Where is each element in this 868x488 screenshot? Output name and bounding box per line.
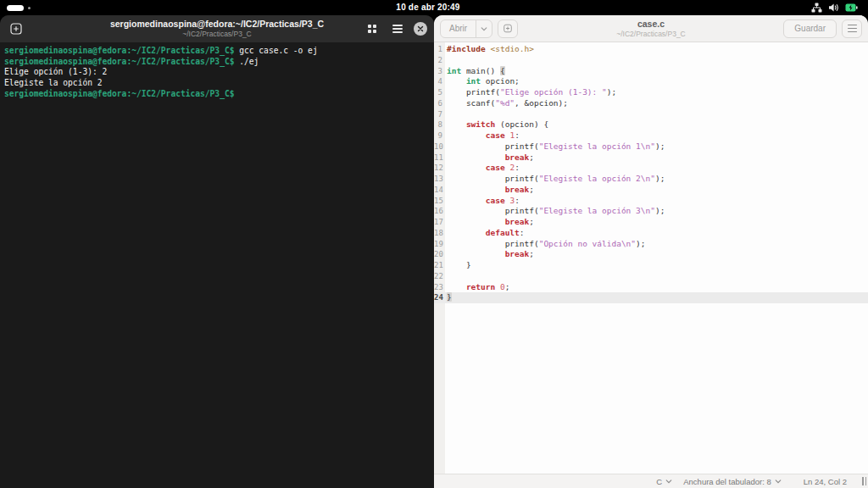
line-number: 18 <box>434 228 445 239</box>
document-title: case.c <box>524 19 778 29</box>
line-number: 23 <box>434 282 445 293</box>
terminal-line: sergiomedinaospina@fedora:~/IC2/Practica… <box>4 57 434 68</box>
hamburger-menu-icon <box>848 25 857 32</box>
terminal-headerbar[interactable]: sergiomedinaospina@fedora:~/IC2/Practica… <box>0 15 434 42</box>
code-line: 18 default: <box>434 228 868 239</box>
line-number: 15 <box>434 196 445 207</box>
chevron-down-icon <box>481 25 487 32</box>
line-number: 22 <box>434 271 445 282</box>
line-number: 9 <box>434 130 445 141</box>
code-line: 15 case 3: <box>434 196 868 207</box>
line-number: 24 <box>434 292 445 303</box>
terminal-line: sergiomedinaospina@fedora:~/IC2/Practica… <box>4 46 434 57</box>
line-number: 2 <box>434 55 445 66</box>
code-line: 8 switch (opcion) { <box>434 119 868 130</box>
line-number: 10 <box>434 141 445 152</box>
line-number: 16 <box>434 206 445 217</box>
line-number: 17 <box>434 217 445 228</box>
line-number: 11 <box>434 152 445 164</box>
code-line: 19 printf("Opción no válida\n"); <box>434 239 868 250</box>
editor-title-group: case.c ~/IC2/Practicas/P3_C <box>524 19 778 38</box>
chevron-down-icon <box>775 478 782 485</box>
code-line: 23 return 0; <box>434 282 868 293</box>
save-button[interactable]: Guardar <box>783 19 837 38</box>
editor-window: Abrir case.c ~/IC2/Practicas/P3_C Guarda… <box>434 15 868 488</box>
terminal-close-button[interactable] <box>414 22 427 36</box>
code-editor-area[interactable]: 1#include <stdio.h>23int main() {4 int o… <box>434 42 868 474</box>
code-line: 20 break; <box>434 249 868 260</box>
terminal-line: sergiomedinaospina@fedora:~/IC2/Practica… <box>4 89 434 100</box>
terminal-line: Elegiste la opción 2 <box>4 78 434 89</box>
volume-icon <box>828 3 839 13</box>
chevron-down-icon <box>665 478 672 485</box>
code-line: 12 case 2: <box>434 163 868 174</box>
battery-icon <box>845 3 858 13</box>
code-line: 2 <box>434 55 868 66</box>
terminal-output[interactable]: sergiomedinaospina@fedora:~/IC2/Practica… <box>0 42 434 99</box>
terminal-menu-button[interactable] <box>388 19 407 38</box>
code-line: 22 <box>434 271 868 282</box>
code-line: 7 <box>434 109 868 120</box>
line-number: 20 <box>434 249 445 260</box>
open-dropdown-button[interactable] <box>476 20 492 37</box>
code-line: 17 break; <box>434 217 868 228</box>
line-number: 5 <box>434 87 445 98</box>
tab-width-label: Anchura del tabulador: 8 <box>683 477 771 486</box>
workspace-dot[interactable] <box>28 7 31 9</box>
line-number: 12 <box>434 163 445 174</box>
terminal-title-group: sergiomedinaospina@fedora:~/IC2/Practica… <box>56 19 378 38</box>
code-line: 1#include <stdio.h> <box>434 44 868 55</box>
line-number: 7 <box>434 109 445 120</box>
code-lines: 1#include <stdio.h>23int main() {4 int o… <box>434 44 868 303</box>
clock[interactable]: 10 de abr 20:49 <box>396 0 459 15</box>
code-line: 5 printf("Elige opción (1-3): "); <box>434 87 868 98</box>
terminal-subtitle: ~/IC2/Practicas/P3_C <box>56 30 378 38</box>
code-line: 10 printf("Elegiste la opción 1\n"); <box>434 141 868 152</box>
editor-menu-button[interactable] <box>842 19 862 38</box>
open-split-button: Abrir <box>440 19 492 38</box>
code-line: 21 } <box>434 260 868 271</box>
line-number: 4 <box>434 76 445 87</box>
line-number: 8 <box>434 119 445 130</box>
language-label: C <box>656 477 662 486</box>
line-number: 14 <box>434 185 445 196</box>
statusbar-clipped-item <box>862 477 868 485</box>
cursor-position: Ln 24, Col 2 <box>804 477 847 486</box>
terminal-line: Elige opción (1-3): 2 <box>4 67 434 78</box>
code-line: 4 int opcion; <box>434 76 868 87</box>
top-bar: 10 de abr 20:49 <box>0 0 868 15</box>
terminal-window: sergiomedinaospina@fedora:~/IC2/Practica… <box>0 15 434 488</box>
network-wired-icon <box>811 3 822 13</box>
system-tray[interactable] <box>811 0 858 15</box>
line-number: 6 <box>434 98 445 109</box>
line-number: 21 <box>434 260 445 271</box>
open-button[interactable]: Abrir <box>441 20 476 37</box>
desktop: 10 de abr 20:49 <box>0 0 868 488</box>
code-line: 13 printf("Elegiste la opción 2\n"); <box>434 174 868 185</box>
line-number: 13 <box>434 174 445 185</box>
code-line: 14 break; <box>434 185 868 196</box>
editor-headerbar[interactable]: Abrir case.c ~/IC2/Practicas/P3_C Guarda… <box>434 15 868 42</box>
language-selector[interactable]: C <box>656 477 672 486</box>
code-line: 9 case 1: <box>434 130 868 141</box>
line-number: 1 <box>434 44 445 55</box>
editor-new-tab-button[interactable] <box>498 19 518 38</box>
code-line: 11 break; <box>434 152 868 164</box>
new-tab-icon <box>10 23 22 35</box>
close-icon <box>417 25 424 32</box>
code-line: 6 scanf("%d", &opcion); <box>434 98 868 109</box>
terminal-title: sergiomedinaospina@fedora:~/IC2/Practica… <box>56 19 378 29</box>
hamburger-menu-icon <box>392 25 403 32</box>
tab-width-selector[interactable]: Anchura del tabulador: 8 <box>683 477 782 486</box>
code-line: 3int main() { <box>434 66 868 77</box>
workspace-active-pill[interactable] <box>7 5 24 11</box>
terminal-new-tab-button[interactable] <box>7 19 25 38</box>
editor-statusbar: C Anchura del tabulador: 8 Ln 24, Col 2 <box>434 474 868 488</box>
code-line: 16 printf("Elegiste la opción 3\n"); <box>434 206 868 217</box>
line-number: 19 <box>434 239 445 250</box>
line-number: 3 <box>434 66 445 77</box>
editor-header-actions: Guardar <box>783 19 862 38</box>
code-line: 24} <box>434 292 868 303</box>
workspace-indicator[interactable] <box>7 0 31 15</box>
new-tab-icon <box>504 23 512 34</box>
